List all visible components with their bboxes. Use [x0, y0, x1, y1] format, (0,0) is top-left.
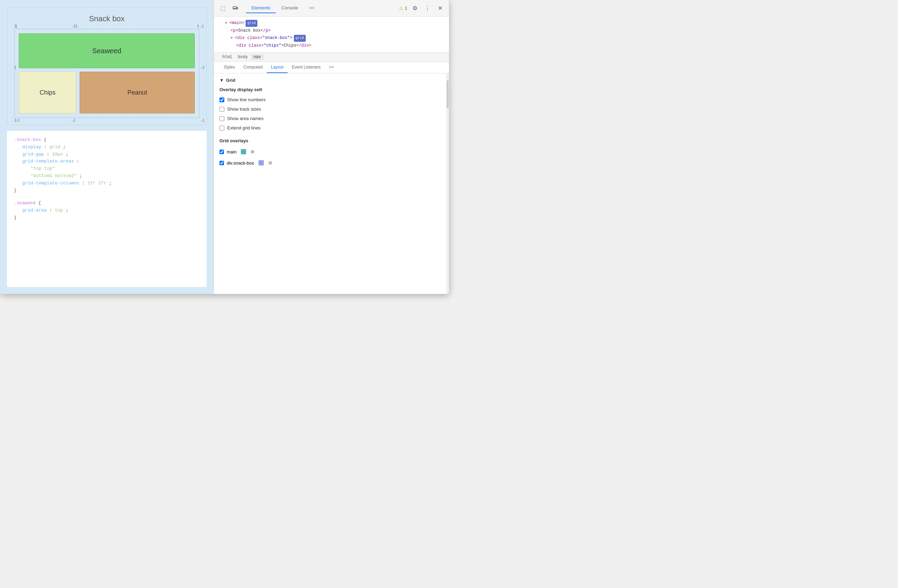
- main-overlay-icon[interactable]: ⊞: [249, 148, 256, 155]
- devtools-content: ▼ Grid Overlay display sett Show line nu…: [214, 74, 449, 294]
- overlay-snack-box-label: div.snack-box: [227, 160, 254, 166]
- grid-overlays-section: Grid overlays main ⊞ div.snack-box ⊞: [220, 138, 443, 168]
- extend-grid-lines-checkbox[interactable]: [220, 126, 224, 131]
- checkbox-show-line-numbers[interactable]: Show line numbers: [220, 95, 443, 105]
- devtools-header-right: ⚠ 1 ⚙ ⋮ ✕: [399, 3, 445, 13]
- breadcrumb-nav[interactable]: nav: [251, 54, 264, 60]
- css-rule-snack-box: .snack-box {: [14, 136, 200, 144]
- overlay-main-label: main: [227, 149, 237, 154]
- dom-line-chips[interactable]: <div class= "chips" > Chips </div>: [236, 42, 443, 50]
- dom-line-main[interactable]: ▼ <main> grid: [225, 20, 443, 27]
- settings-icon[interactable]: ⚙: [410, 3, 420, 13]
- tab-console[interactable]: Console: [276, 3, 304, 13]
- sub-tabs: Styles Computed Layout Event Listeners >…: [214, 62, 449, 74]
- extend-grid-lines-label: Extend grid lines: [227, 125, 260, 131]
- breadcrumb: html body nav: [214, 52, 449, 62]
- left-panel: Snack box 1 2 3 1 2 3 -1 -2 -1 -3 -3 -2 …: [0, 0, 214, 294]
- show-area-names-label: Show area names: [227, 116, 264, 121]
- dom-panel: ▼ <main> grid <p> Snack box </p> ▼ <div …: [214, 17, 449, 52]
- close-icon[interactable]: ✕: [435, 3, 445, 13]
- show-track-sizes-label: Show track sizes: [227, 106, 261, 112]
- devtools-scroll-thumb[interactable]: [447, 80, 449, 108]
- grid-item-seaweed: Seaweed: [19, 34, 195, 68]
- grid-section-header: ▼ Grid: [220, 78, 443, 83]
- checkbox-show-area-names[interactable]: Show area names: [220, 114, 443, 123]
- grid-visualization: Snack box 1 2 3 1 2 3 -1 -2 -1 -3 -3 -2 …: [7, 7, 207, 125]
- right-panel: ⬚ Elements Console >> ⚠ 1 ⚙ ⋮ ✕ ▼: [214, 0, 449, 294]
- breadcrumb-html[interactable]: html: [220, 54, 235, 60]
- devtools-scrollbar[interactable]: [446, 74, 449, 294]
- breadcrumb-body[interactable]: body: [235, 54, 251, 60]
- grid-badge-div: grid: [294, 35, 306, 42]
- tab-layout[interactable]: Layout: [267, 62, 288, 73]
- dom-line-snack-box[interactable]: ▼ <div class= "snack-box" > grid: [231, 34, 443, 42]
- triangle-icon-2: ▼: [231, 35, 235, 42]
- show-line-numbers-label: Show line numbers: [227, 97, 266, 102]
- tab-event-listeners[interactable]: Event Listeners: [288, 62, 325, 73]
- checkbox-show-track-sizes[interactable]: Show track sizes: [220, 105, 443, 114]
- warning-icon: ⚠: [399, 6, 403, 11]
- snack-box-overlay-icon[interactable]: ⊞: [267, 159, 274, 166]
- tab-styles[interactable]: Styles: [220, 62, 239, 73]
- main-tabs: Elements Console >>: [246, 3, 396, 13]
- overlay-row-div-snack-box: div.snack-box ⊞: [220, 157, 443, 168]
- tab-elements[interactable]: Elements: [246, 3, 276, 13]
- triangle-icon: ▼: [225, 20, 229, 26]
- svg-rect-0: [233, 7, 237, 9]
- tab-more-sub[interactable]: >>: [325, 62, 338, 73]
- grid-overlays-title: Grid overlays: [220, 138, 443, 143]
- checkbox-extend-grid-lines[interactable]: Extend grid lines: [220, 123, 443, 132]
- show-area-names-checkbox[interactable]: [220, 116, 224, 121]
- overlay-section: Overlay display sett Show line numbers S…: [220, 87, 443, 132]
- more-options-icon[interactable]: ⋮: [423, 3, 432, 13]
- grid-layout: Seaweed Chips Peanut: [17, 32, 196, 115]
- device-icon[interactable]: [231, 3, 240, 13]
- tab-computed[interactable]: Computed: [239, 62, 267, 73]
- overlay-row-main: main ⊞: [220, 146, 443, 157]
- warning-badge: ⚠ 1: [399, 6, 407, 11]
- inspect-icon[interactable]: ⬚: [218, 3, 228, 13]
- show-track-sizes-checkbox[interactable]: [220, 107, 224, 112]
- snack-box-color-swatch[interactable]: [258, 160, 264, 166]
- overlay-main-checkbox[interactable]: [220, 149, 224, 154]
- devtools-header: ⬚ Elements Console >> ⚠ 1 ⚙ ⋮ ✕: [214, 0, 449, 17]
- grid-item-chips: Chips: [19, 72, 76, 114]
- dom-line-p[interactable]: <p> Snack box </p>: [231, 27, 443, 35]
- svg-rect-1: [237, 7, 238, 9]
- page-title: Snack box: [14, 14, 199, 23]
- tab-more[interactable]: >>: [304, 3, 320, 13]
- code-panel: .snack-box { display : grid ; grid-gap :…: [7, 131, 207, 287]
- grid-item-peanut: Peanut: [80, 72, 195, 114]
- triangle-grid-icon: ▼: [220, 78, 224, 83]
- main-color-swatch[interactable]: [241, 149, 246, 154]
- overlay-snack-box-checkbox[interactable]: [220, 161, 224, 165]
- layout-panel: ▼ Grid Overlay display sett Show line nu…: [214, 74, 449, 172]
- overlay-display-title: Overlay display sett: [220, 87, 443, 92]
- grid-badge-main: grid: [246, 20, 257, 27]
- show-line-numbers-checkbox[interactable]: [220, 97, 224, 102]
